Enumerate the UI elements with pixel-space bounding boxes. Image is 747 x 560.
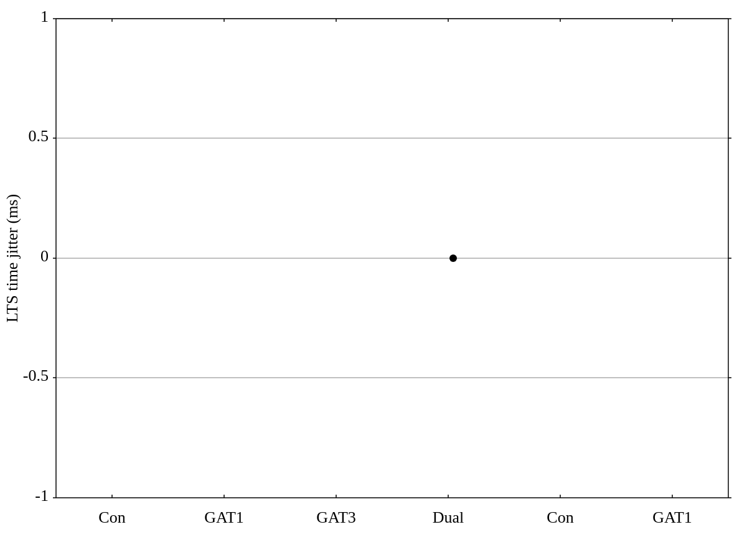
chart-container: 1 0.5 0 -0.5 -1 Con GAT1 GAT3 Dual Con G… xyxy=(0,0,747,560)
xlabel-dual: Dual xyxy=(433,508,464,526)
yaxis-label: LTS time jitter (ms) xyxy=(3,194,21,322)
ylabel-n1: -1 xyxy=(35,487,49,505)
ylabel-n05: -0.5 xyxy=(23,366,49,385)
ylabel-1: 1 xyxy=(40,7,49,26)
scatter-plot: 1 0.5 0 -0.5 -1 Con GAT1 GAT3 Dual Con G… xyxy=(0,0,747,560)
xlabel-con2: Con xyxy=(547,508,573,526)
xlabel-gat1-1: GAT1 xyxy=(204,508,244,526)
ylabel-0: 0 xyxy=(40,247,49,265)
data-point xyxy=(449,254,457,262)
xlabel-con1: Con xyxy=(98,508,125,526)
xlabel-gat1-2: GAT1 xyxy=(652,508,692,526)
ylabel-05: 0.5 xyxy=(29,127,49,145)
xlabel-gat3: GAT3 xyxy=(316,508,356,526)
